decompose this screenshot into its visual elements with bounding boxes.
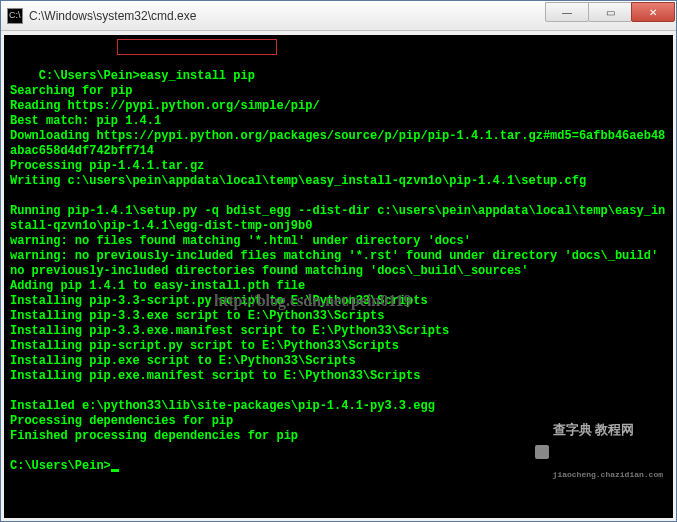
cmd-window: C:\ C:\Windows\system32\cmd.exe — ▭ ✕ C:…: [0, 0, 677, 522]
output-line: Adding pip 1.4.1 to easy-install.pth fil…: [10, 279, 305, 293]
book-icon: [535, 445, 549, 459]
footer-url: jiaocheng.chazidian.com: [553, 467, 663, 482]
close-button[interactable]: ✕: [631, 2, 675, 22]
output-line: Installing pip.exe script to E:\Python33…: [10, 354, 356, 368]
highlight-box: [117, 39, 277, 55]
output-line: no previously-included directories found…: [10, 264, 528, 278]
output-line: Processing dependencies for pip: [10, 414, 233, 428]
output-line: Installing pip-3.3-script.py script to E…: [10, 294, 428, 308]
output-line: Best match: pip 1.4.1: [10, 114, 161, 128]
titlebar[interactable]: C:\ C:\Windows\system32\cmd.exe — ▭ ✕: [1, 1, 676, 31]
cursor-icon: [111, 469, 119, 472]
output-line: Installing pip-3.3.exe.manifest script t…: [10, 324, 449, 338]
typed-command: easy_install pip: [140, 69, 255, 83]
footer-cn: 查字典 教程网: [553, 422, 663, 437]
output-line: Installed e:\python33\lib\site-packages\…: [10, 399, 435, 413]
output-line: Reading https://pypi.python.org/simple/p…: [10, 99, 320, 113]
output-line: Installing pip-3.3.exe script to E:\Pyth…: [10, 309, 384, 323]
output-line: Searching for pip: [10, 84, 132, 98]
prompt-path: C:\Users\Pein>: [10, 459, 111, 473]
minimize-button[interactable]: —: [545, 2, 589, 22]
output-line: warning: no previously-included files ma…: [10, 249, 658, 263]
output-line: Processing pip-1.4.1.tar.gz: [10, 159, 204, 173]
output-line: Installing pip.exe.manifest script to E:…: [10, 369, 420, 383]
output-line: Downloading https://pypi.python.org/pack…: [10, 129, 665, 158]
terminal-body[interactable]: C:\Users\Pein>easy_install pip Searching…: [1, 31, 676, 521]
output-line: Installing pip-script.py script to E:\Py…: [10, 339, 399, 353]
output-line: Finished processing dependencies for pip: [10, 429, 298, 443]
window-title: C:\Windows\system32\cmd.exe: [29, 9, 546, 23]
watermark-footer: 查字典 教程网 jiaocheng.chazidian.com: [535, 392, 663, 512]
cmd-icon: C:\: [7, 8, 23, 24]
output-line: Running pip-1.4.1\setup.py -q bdist_egg …: [10, 204, 665, 233]
maximize-button[interactable]: ▭: [588, 2, 632, 22]
window-controls: — ▭ ✕: [546, 1, 676, 30]
prompt-path: C:\Users\Pein>: [39, 69, 140, 83]
output-line: Writing c:\users\pein\appdata\local\temp…: [10, 174, 586, 188]
output-line: warning: no files found matching '*.html…: [10, 234, 471, 248]
